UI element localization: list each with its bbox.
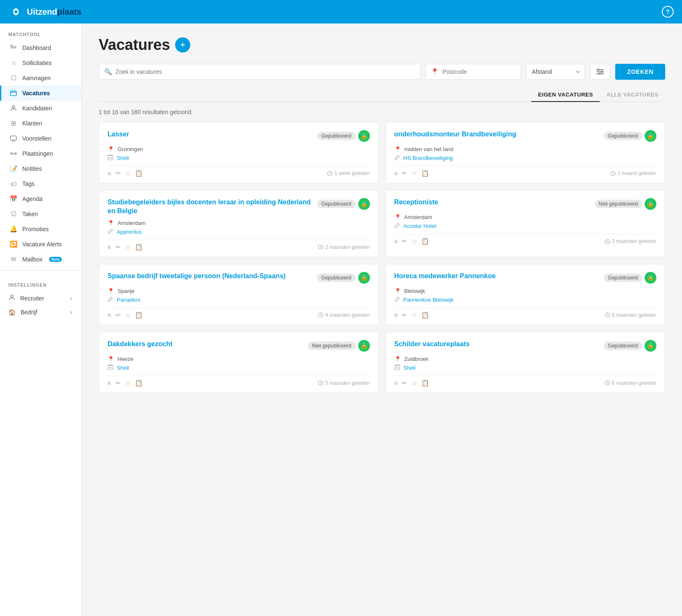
sollicitaties-label: Sollicitaties [22, 60, 52, 66]
card-title[interactable]: Schilder vacatureplaats [394, 340, 601, 349]
list-action-icon[interactable]: ≡ [108, 243, 111, 251]
svg-rect-7 [10, 91, 16, 96]
card-company[interactable]: HS Brandbeveiliging [404, 155, 453, 161]
svg-rect-37 [395, 365, 399, 365]
card-title[interactable]: onderhoudsmonteur Brandbeveiliging [394, 130, 601, 139]
card-title[interactable]: Dakdekkers gezocht [108, 340, 304, 349]
star-action-icon[interactable]: ☆ [412, 238, 417, 245]
card-company[interactable]: Shell [404, 365, 416, 371]
card-location: Bleiswijk [404, 288, 425, 294]
card-actions: ≡ ✏ ☆ 📋 [394, 238, 430, 245]
search-button[interactable]: ZOEKEN [615, 64, 665, 80]
sidebar-item-agenda[interactable]: 📅 Agenda [0, 191, 81, 206]
card-actions: ≡ ✏ ☆ 📋 [394, 379, 430, 387]
star-action-icon[interactable]: ☆ [412, 311, 417, 319]
card-company-row: Apprentus [108, 228, 370, 235]
search-input[interactable] [115, 64, 415, 79]
card-location-row: 📍 Spanje [108, 288, 370, 294]
edit-action-icon[interactable]: ✏ [402, 379, 407, 387]
svg-point-17 [601, 71, 603, 73]
star-action-icon[interactable]: ☆ [412, 170, 417, 177]
edit-action-icon[interactable]: ✏ [402, 238, 407, 245]
archive-action-icon[interactable]: 📋 [421, 311, 429, 319]
card-company[interactable]: Shell [117, 155, 129, 161]
card-company[interactable]: Panadero [117, 297, 140, 303]
sidebar-item-aanvragen[interactable]: ☐ Aanvragen [0, 70, 81, 86]
star-action-icon[interactable]: ☆ [412, 379, 417, 387]
edit-action-icon[interactable]: ✏ [115, 311, 121, 319]
star-action-icon[interactable]: ☆ [125, 379, 131, 387]
sidebar-item-dashboard[interactable]: Dashboard [0, 40, 81, 55]
archive-action-icon[interactable]: 📋 [421, 238, 429, 245]
list-action-icon[interactable]: ≡ [108, 170, 111, 177]
help-button[interactable]: ? [662, 6, 674, 18]
status-badge: Gepubliceerd [604, 132, 642, 140]
card-company[interactable]: Acostar Hotel [404, 223, 436, 229]
card-title[interactable]: Spaanse bedrijf tweetalige persoon (Nede… [108, 272, 314, 281]
svg-rect-3 [10, 45, 13, 46]
sidebar-item-vacature-alerts[interactable]: 🔁 Vacature Alerts [0, 237, 81, 252]
card-time-text: 6 maanden geleden [612, 380, 656, 386]
card-title[interactable]: Studiebegeleiders bijles docenten leraar… [108, 198, 314, 216]
sidebar-item-kandidaten[interactable]: Kandidaten [0, 101, 81, 116]
edit-action-icon[interactable]: ✏ [402, 170, 407, 177]
location-icon: 📍 [394, 214, 401, 220]
bedrijf-chevron-icon: ∨ [69, 309, 73, 315]
archive-action-icon[interactable]: 📋 [135, 243, 143, 251]
card-title[interactable]: Receptioniste [394, 198, 591, 207]
archive-action-icon[interactable]: 📋 [135, 379, 143, 387]
tab-alle-vacatures[interactable]: ALLE VACATURES [600, 88, 665, 102]
sidebar-item-recruiter[interactable]: Recruiter ∨ [0, 291, 81, 305]
star-action-icon[interactable]: ☆ [125, 170, 131, 177]
star-action-icon[interactable]: ☆ [125, 243, 131, 251]
sidebar-item-notities[interactable]: 📝 Notities [0, 161, 81, 176]
sidebar-item-plaatsingen[interactable]: Plaatsingen [0, 146, 81, 161]
list-action-icon[interactable]: ≡ [394, 238, 398, 245]
card-title[interactable]: Lasser [108, 130, 314, 139]
archive-action-icon[interactable]: 📋 [135, 170, 143, 177]
sidebar-item-taken[interactable]: ☑ Taken [0, 206, 81, 222]
card-company[interactable]: Shell [117, 365, 129, 371]
vacature-card: Studiebegeleiders bijles docenten leraar… [99, 190, 379, 257]
distance-select[interactable]: Afstand 5 km 10 km 25 km 50 km [526, 64, 585, 80]
card-time: 3 maanden geleden [605, 238, 656, 244]
logo[interactable]: Uitzendplaats [8, 4, 81, 19]
sidebar-item-promoties[interactable]: 🔔 Promoties [0, 222, 81, 237]
sidebar-item-tags[interactable]: 🏷 Tags [0, 176, 81, 191]
sidebar-item-bedrijf[interactable]: 🏠 Bedrijf ∨ [0, 305, 81, 319]
edit-action-icon[interactable]: ✏ [115, 170, 121, 177]
clock-icon [318, 312, 323, 318]
tab-eigen-vacatures[interactable]: EIGEN VACATURES [531, 88, 600, 102]
sidebar-item-klanten[interactable]: ⊞ Klanten [0, 116, 81, 131]
sidebar-item-mailbox[interactable]: ✉ Mailbox Beta [0, 252, 81, 267]
list-action-icon[interactable]: ≡ [108, 379, 111, 386]
logo-text: Uitzendplaats [27, 7, 81, 17]
edit-action-icon[interactable]: ✏ [115, 243, 121, 251]
edit-action-icon[interactable]: ✏ [402, 311, 407, 319]
list-action-icon[interactable]: ≡ [394, 311, 398, 318]
vacature-card: Horeca medewerker Pannenkoe Gepubliceerd… [386, 264, 666, 325]
sidebar-item-sollicitaties[interactable]: ☆ Sollicitaties [0, 55, 81, 70]
vacature-card: Dakdekkers gezocht Niet gepubliceerd 🔒 📍… [99, 332, 379, 393]
list-action-icon[interactable]: ≡ [394, 170, 398, 177]
archive-action-icon[interactable]: 📋 [135, 311, 143, 319]
edit-action-icon[interactable]: ✏ [115, 379, 121, 387]
list-action-icon[interactable]: ≡ [394, 379, 398, 386]
sidebar-item-voorstellen[interactable]: Voorstellen [0, 131, 81, 146]
mailbox-label: Mailbox [22, 256, 42, 263]
clock-icon [605, 239, 610, 244]
card-company[interactable]: Pannenkoe Bleiswijk [404, 297, 454, 303]
mailbox-beta-badge: Beta [49, 257, 62, 262]
star-action-icon[interactable]: ☆ [125, 311, 131, 319]
card-title[interactable]: Horeca medewerker Pannenkoe [394, 272, 601, 281]
add-vacature-button[interactable]: + [175, 37, 190, 52]
postcode-input[interactable] [442, 64, 516, 79]
card-footer: ≡ ✏ ☆ 📋 1 maand geleden [394, 166, 657, 177]
sidebar-item-vacatures[interactable]: Vacatures [0, 86, 81, 101]
vacature-alerts-icon: 🔁 [10, 240, 17, 248]
archive-action-icon[interactable]: 📋 [421, 379, 429, 387]
archive-action-icon[interactable]: 📋 [421, 170, 429, 177]
filter-button[interactable] [590, 64, 610, 80]
card-company[interactable]: Apprentus [117, 229, 142, 235]
list-action-icon[interactable]: ≡ [108, 311, 111, 318]
